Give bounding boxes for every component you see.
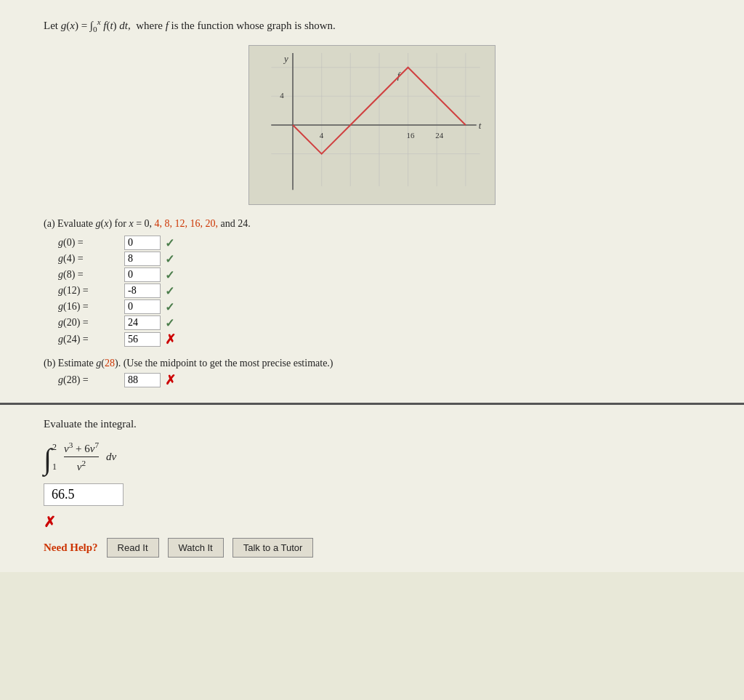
check-icon-g20: ✓ (165, 316, 174, 330)
svg-text:t: t (479, 121, 482, 131)
eval-row-g12: g(12) = ✓ (58, 283, 700, 298)
svg-text:y: y (283, 54, 288, 64)
eval-input-g8[interactable] (124, 267, 161, 282)
eval-label-g8: g(8) = (58, 269, 120, 281)
eval-row-g24: g(24) = ✗ (58, 331, 700, 347)
answer-cross-icon: ✗ (44, 514, 56, 530)
section-top: Let g(x) = ∫0x f(t) dt, where f is the f… (0, 0, 744, 405)
problem-title: Let g(x) = ∫0x f(t) dt, where f is the f… (44, 17, 700, 33)
integral-title: Evaluate the integral. (44, 418, 700, 430)
eval-input-g0[interactable] (124, 236, 161, 250)
part-b-label: (b) Estimate g(28). (Use the midpoint to… (44, 358, 700, 369)
need-help-label: Need Help? (44, 542, 98, 554)
check-icon-g8: ✓ (165, 268, 174, 282)
page-wrapper: Let g(x) = ∫0x f(t) dt, where f is the f… (0, 0, 744, 572)
cross-icon-g28: ✗ (165, 372, 176, 388)
eval-label-g16: g(16) = (58, 301, 120, 313)
integral-answer-input[interactable] (44, 483, 124, 506)
eval-input-g12[interactable] (124, 283, 161, 298)
eval-input-g24[interactable] (124, 332, 161, 347)
eval-label-g4: g(4) = (58, 253, 120, 265)
integral-expression: ∫ 2 1 v3 + 6v7 v2 dv (44, 440, 700, 473)
fraction-denominator: v2 (77, 457, 86, 473)
help-row: Need Help? Read It Watch It Talk to a Tu… (44, 538, 700, 558)
eval-row-g4: g(4) = ✓ (58, 252, 700, 266)
svg-text:4: 4 (320, 131, 324, 140)
eval-input-g28[interactable] (124, 373, 161, 387)
dv-label: dv (106, 451, 116, 463)
eval-label-g20: g(20) = (58, 317, 120, 329)
evaluations-list: g(0) = ✓ g(4) = ✓ g(8) = ✓ g(12) = ✓ g(1 (58, 236, 700, 347)
integral-sign: ∫ (44, 446, 52, 472)
svg-text:4: 4 (280, 91, 284, 100)
integral-fraction: v3 + 6v7 v2 (64, 440, 99, 473)
read-it-button[interactable]: Read It (107, 538, 159, 558)
talk-to-tutor-button[interactable]: Talk to a Tutor (232, 538, 314, 558)
eval-input-g16[interactable] (124, 299, 161, 314)
cross-icon-g24: ✗ (165, 331, 176, 347)
svg-text:16: 16 (407, 131, 415, 140)
eval-label-g28: g(28) = (58, 374, 120, 386)
eval-row-g28: g(28) = ✗ (58, 372, 700, 388)
integral-lower: 1 (52, 462, 57, 472)
graph-area: y t f 4 16 24 4 (44, 45, 700, 205)
eval-label-g24: g(24) = (58, 334, 120, 345)
graph-svg: y t f 4 16 24 4 (249, 46, 495, 204)
watch-it-button[interactable]: Watch It (168, 538, 224, 558)
svg-text:24: 24 (435, 131, 443, 140)
check-icon-g0: ✓ (165, 236, 174, 250)
check-icon-g12: ✓ (165, 284, 174, 298)
eval-input-g4[interactable] (124, 252, 161, 266)
check-icon-g4: ✓ (165, 252, 174, 266)
integral-upper: 2 (52, 442, 57, 453)
graph-container: y t f 4 16 24 4 (248, 45, 496, 205)
eval-input-g20[interactable] (124, 315, 161, 330)
part-a-label: (a) Evaluate g(x) for x = 0, 4, 8, 12, 1… (44, 218, 700, 230)
eval-row-g16: g(16) = ✓ (58, 299, 700, 314)
eval-row-g20: g(20) = ✓ (58, 315, 700, 330)
eval-row-g8: g(8) = ✓ (58, 267, 700, 282)
eval-label-g0: g(0) = (58, 237, 120, 249)
colored-x-values: 4, 8, 12, 16, 20, (155, 218, 219, 229)
eval-label-g12: g(12) = (58, 285, 120, 297)
section-bottom: Evaluate the integral. ∫ 2 1 v3 + 6v7 v2… (0, 405, 744, 572)
eval-row-g0: g(0) = ✓ (58, 236, 700, 250)
fraction-numerator: v3 + 6v7 (64, 440, 99, 457)
check-icon-g16: ✓ (165, 300, 174, 314)
